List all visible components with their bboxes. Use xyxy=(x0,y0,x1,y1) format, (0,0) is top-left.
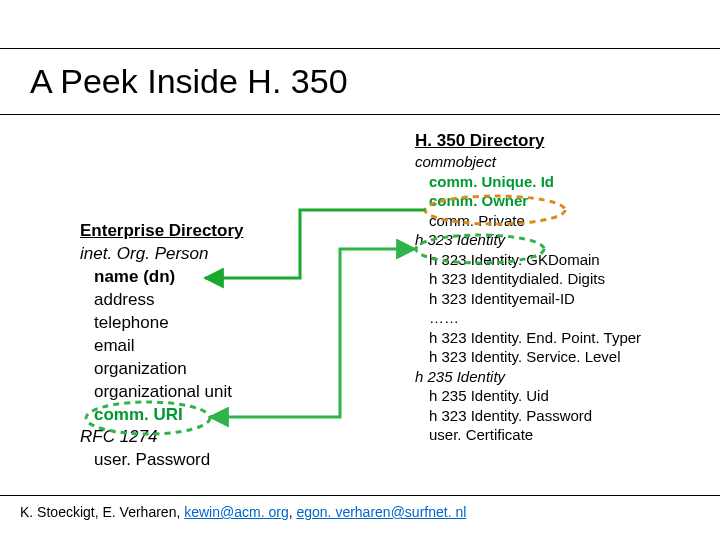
slide-title: A Peek Inside H. 350 xyxy=(30,62,348,101)
inet-org-person: inet. Org. Person xyxy=(80,243,340,266)
h235-identity: h 235 Identity xyxy=(415,367,705,387)
organizational-unit: organizational unit xyxy=(80,381,340,404)
enterprise-directory-header: Enterprise Directory xyxy=(80,220,340,243)
h323-email-id: h 323 Identityemail-ID xyxy=(415,289,705,309)
user-certificate: user. Certificate xyxy=(415,425,705,445)
footer-authors: K. Stoeckigt, E. Verharen, xyxy=(20,504,184,520)
footer-email-2[interactable]: egon. verharen@surfnet. nl xyxy=(296,504,466,520)
comm-private: comm. Private xyxy=(415,211,705,231)
comm-uri: comm. URI xyxy=(80,404,340,427)
commobject: commobject xyxy=(415,152,705,172)
email: email xyxy=(80,335,340,358)
h350-directory-block: H. 350 Directory commobject comm. Unique… xyxy=(415,130,705,445)
comm-unique-id: comm. Unique. Id xyxy=(415,172,705,192)
comm-owner: comm. Owner xyxy=(415,191,705,211)
h323-service-level: h 323 Identity. Service. Level xyxy=(415,347,705,367)
h323-identity-password: h 323 Identity. Password xyxy=(415,406,705,426)
footer: K. Stoeckigt, E. Verharen, kewin@acm. or… xyxy=(20,504,466,520)
h323-endpoint-typer: h 323 Identity. End. Point. Typer xyxy=(415,328,705,348)
enterprise-directory-block: Enterprise Directory inet. Org. Person n… xyxy=(80,220,340,472)
h350-directory-header: H. 350 Directory xyxy=(415,130,705,152)
user-password: user. Password xyxy=(80,449,340,472)
name-dn: name (dn) xyxy=(80,266,340,289)
address: address xyxy=(80,289,340,312)
h323-identity: h 323 Identity xyxy=(415,230,705,250)
h323-gk-domain: h 323 Identity. GKDomain xyxy=(415,250,705,270)
ellipsis: …… xyxy=(415,308,705,328)
telephone: telephone xyxy=(80,312,340,335)
h323-dialed-digits: h 323 Identitydialed. Digits xyxy=(415,269,705,289)
footer-email-1[interactable]: kewin@acm. org xyxy=(184,504,288,520)
h235-identity-uid: h 235 Identity. Uid xyxy=(415,386,705,406)
rfc-1274: RFC 1274 xyxy=(80,426,340,449)
organization: organization xyxy=(80,358,340,381)
